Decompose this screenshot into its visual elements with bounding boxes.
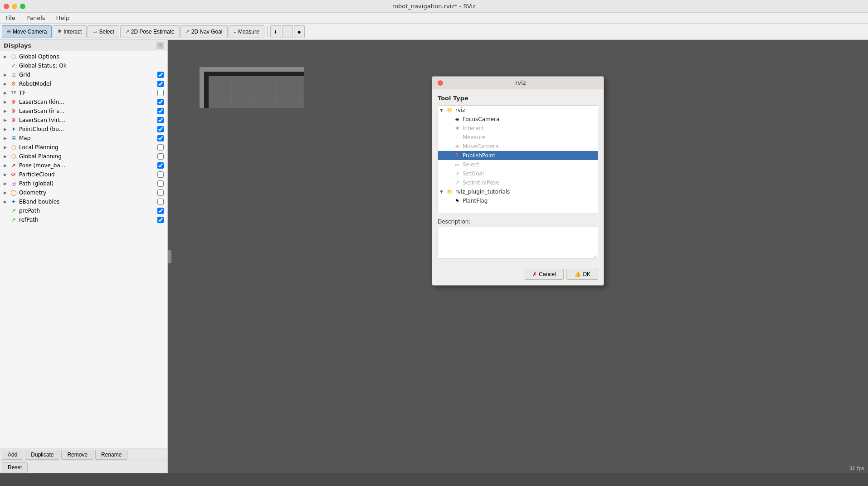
- movecamera-icon: ⊕: [454, 143, 461, 150]
- zoom-dot-button[interactable]: ●: [294, 25, 305, 38]
- focuscamera-icon: ⊕: [454, 116, 461, 123]
- rename-button[interactable]: Rename: [95, 450, 127, 460]
- tree-item-setgoal[interactable]: ↗ SetGoal: [438, 169, 598, 178]
- display-checkbox-robotmodel[interactable]: [157, 81, 164, 87]
- folder-icon: 📁: [446, 107, 454, 114]
- pose-estimate-button[interactable]: ↗ 2D Pose Estimate: [120, 25, 180, 38]
- description-textarea[interactable]: [438, 227, 598, 258]
- add-button[interactable]: Add: [2, 450, 23, 460]
- reset-button[interactable]: Reset: [2, 462, 28, 472]
- ok-button[interactable]: 👍 OK: [566, 269, 598, 280]
- display-checkbox-global-planning[interactable]: [157, 153, 164, 160]
- display-checkbox-laserscan-virt[interactable]: [157, 117, 164, 123]
- cancel-button[interactable]: ✗ Cancel: [525, 269, 563, 280]
- display-icon-pose: ↗: [10, 162, 17, 169]
- display-item-path-global[interactable]: ▶ ⊞ Path (global): [0, 179, 167, 188]
- display-checkbox-tf[interactable]: [157, 90, 164, 96]
- display-item-global-status[interactable]: ✓ Global Status: Ok: [0, 61, 167, 70]
- display-item-grid[interactable]: ▶ ⊞ Grid: [0, 70, 167, 79]
- 3d-view[interactable]: 31 fps rviz Tool Type ▼ 📁: [168, 40, 868, 473]
- display-checkbox-map[interactable]: [157, 135, 164, 141]
- display-item-global-planning[interactable]: ▶ ⬡ Global Planning: [0, 152, 167, 161]
- display-checkbox-path-global[interactable]: [157, 180, 164, 187]
- display-icon-odometry: ◯: [10, 189, 17, 196]
- tree-item-focuscamera[interactable]: ⊕ FocusCamera: [438, 115, 598, 124]
- display-item-odometry[interactable]: ▶ ◯ Odometry: [0, 188, 167, 197]
- display-item-robotmodel[interactable]: ▶ ⚙ RobotModel: [0, 79, 167, 88]
- display-icon-global-options: ⬡: [10, 53, 17, 60]
- display-icon-laserscan-kin: ※: [10, 98, 17, 106]
- display-item-laserscan-ir[interactable]: ▶ ※ LaserScan (ir s...: [0, 107, 167, 116]
- expand-arrow: ▶: [4, 54, 10, 59]
- pose-estimate-icon: ↗: [125, 29, 129, 34]
- display-item-tf[interactable]: ▶ TF TF: [0, 88, 167, 97]
- display-icon-path-global: ⊞: [10, 180, 17, 187]
- display-checkbox-odometry[interactable]: [157, 190, 164, 196]
- setgoal-icon: ↗: [454, 170, 461, 177]
- reset-bar: Reset: [0, 461, 167, 473]
- toolbar: ⊕ Move Camera ✱ Interact ▭ Select ↗ 2D P…: [0, 24, 868, 40]
- remove-button[interactable]: Remove: [61, 450, 93, 460]
- measure-icon: =: [454, 134, 461, 141]
- tree-item-select[interactable]: ▭ Select: [438, 160, 598, 169]
- menu-file[interactable]: File: [4, 14, 17, 22]
- display-item-map[interactable]: ▶ ⊞ Map: [0, 134, 167, 143]
- nav-goal-button[interactable]: ↗ 2D Nav Goal: [180, 25, 228, 38]
- nav-goal-icon: ↗: [185, 29, 190, 34]
- dialog-close-button[interactable]: [438, 80, 443, 86]
- display-checkbox-prepath[interactable]: [157, 208, 164, 214]
- expand-arrow: ▶: [4, 73, 10, 77]
- display-checkbox-grid[interactable]: [157, 72, 164, 78]
- display-icon-prepath: ↗: [10, 207, 17, 214]
- display-item-prepath[interactable]: ↗ prePath: [0, 206, 167, 215]
- tree-item-rviz-group[interactable]: ▼ 📁 rviz: [438, 106, 598, 115]
- display-item-eband[interactable]: ▶ ✦ EBand boubles: [0, 197, 167, 206]
- display-checkbox-local-planning[interactable]: [157, 144, 164, 151]
- description-label: Description:: [438, 219, 598, 225]
- expand-arrow: ▶: [4, 172, 10, 177]
- display-checkbox-particlecloud[interactable]: [157, 171, 164, 178]
- panel-title: Displays: [4, 42, 31, 49]
- close-button[interactable]: [4, 4, 9, 9]
- tree-item-movecamera[interactable]: ⊕ MoveCamera: [438, 142, 598, 151]
- display-item-global-options[interactable]: ▶ ⬡ Global Options: [0, 52, 167, 61]
- duplicate-button[interactable]: Duplicate: [25, 450, 59, 460]
- menu-help[interactable]: Help: [54, 14, 72, 22]
- move-camera-icon: ⊕: [7, 29, 11, 34]
- maximize-button[interactable]: [20, 4, 25, 9]
- display-checkbox-pose[interactable]: [157, 162, 164, 169]
- display-item-local-planning[interactable]: ▶ ⬡ Local Planning: [0, 143, 167, 152]
- tree-item-plantflag[interactable]: ⚑ PlantFlag: [438, 196, 598, 205]
- display-icon-tf: TF: [10, 89, 17, 97]
- display-checkbox-laserscan-kin[interactable]: [157, 99, 164, 105]
- display-checkbox-refpath[interactable]: [157, 217, 164, 223]
- display-checkbox-eband[interactable]: [157, 199, 164, 205]
- minimize-button[interactable]: [12, 4, 17, 9]
- tree-item-setinitialpose[interactable]: ↗ SetInitialPose: [438, 178, 598, 187]
- select-button[interactable]: ▭ Select: [88, 25, 119, 38]
- display-icon-robotmodel: ⚙: [10, 80, 17, 87]
- display-checkbox-pointcloud[interactable]: [157, 126, 164, 132]
- menu-panels[interactable]: Panels: [24, 14, 47, 22]
- display-icon-grid: ⊞: [10, 71, 17, 78]
- tool-type-tree[interactable]: ▼ 📁 rviz ⊕ FocusCamera: [438, 105, 598, 214]
- panel-close-button[interactable]: □: [156, 42, 164, 49]
- tree-item-rviz-plugin-tutorials-group[interactable]: ▼ 📁 rviz_plugin_tutorials: [438, 187, 598, 196]
- tree-item-publishpoint[interactable]: 📍 PublishPoint: [438, 151, 598, 160]
- zoom-minus-button[interactable]: −: [282, 25, 293, 38]
- display-item-laserscan-virt[interactable]: ▶ ※ LaserScan (virt...: [0, 116, 167, 125]
- display-item-particlecloud[interactable]: ▶ ⟳ ParticleCloud: [0, 170, 167, 179]
- display-item-laserscan-kin[interactable]: ▶ ※ LaserScan (kin...: [0, 97, 167, 107]
- display-item-pose[interactable]: ▶ ↗ Pose (move_ba...: [0, 161, 167, 170]
- display-checkbox-laserscan-ir[interactable]: [157, 108, 164, 114]
- zoom-plus-button[interactable]: +: [270, 25, 281, 38]
- displays-bottom-bar: Add Duplicate Remove Rename: [0, 448, 167, 461]
- interact-button[interactable]: ✱ Interact: [53, 25, 87, 38]
- display-item-refpath[interactable]: ↗ refPath: [0, 215, 167, 224]
- measure-icon: =: [234, 29, 236, 34]
- tree-item-interact[interactable]: ✱ Interact: [438, 124, 598, 133]
- move-camera-button[interactable]: ⊕ Move Camera: [2, 25, 52, 38]
- tree-item-measure[interactable]: = Measure: [438, 133, 598, 142]
- measure-button[interactable]: = Measure: [229, 25, 264, 38]
- display-item-pointcloud[interactable]: ▶ ✦ PointCloud (bu...: [0, 125, 167, 134]
